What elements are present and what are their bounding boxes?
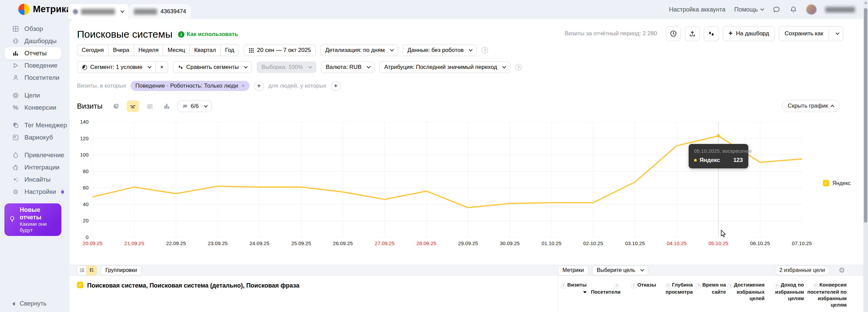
sidebar-item-settings[interactable]: ⚙ Настройки	[4, 186, 61, 198]
clear-segment-button[interactable]: ×	[156, 61, 168, 73]
period-week-button[interactable]: Неделя	[134, 44, 163, 56]
chart-plot-area[interactable]	[93, 122, 802, 237]
collapse-sidebar-button[interactable]: Свернуть	[12, 300, 46, 307]
sidebar-item-integrations[interactable]: Интеграции	[4, 161, 61, 173]
sidebar-item-goals[interactable]: Цели	[4, 89, 61, 102]
segments-button[interactable]	[704, 26, 719, 41]
chart-type-column-button[interactable]	[161, 100, 173, 112]
period-yesterday-button[interactable]: Вчера	[108, 44, 134, 56]
currency-dropdown[interactable]: Валюта: RUB	[321, 61, 375, 73]
metrica-logo-icon	[18, 4, 29, 15]
segment-dropdown[interactable]: Сегмент: 1 условие	[77, 61, 156, 73]
sidebar-item-visitors[interactable]: Посетители	[4, 72, 61, 84]
flat-list-view-button[interactable]	[77, 265, 87, 275]
help-menu[interactable]: Помощь	[734, 6, 764, 13]
user-avatar[interactable]	[806, 4, 816, 15]
compare-segments-dropdown[interactable]: Сравнить сегменты	[173, 61, 252, 73]
chevron-down-icon	[469, 48, 473, 51]
column-header-goal-completions[interactable]: ?Достижения избранных целей	[727, 281, 766, 312]
save-as-button[interactable]: Сохранить как	[779, 26, 829, 41]
chat-icon[interactable]	[772, 5, 781, 14]
counter-id-tab[interactable]: ████████ 43639474	[129, 4, 191, 19]
column-header-visitors[interactable]: ?Посетители	[588, 281, 622, 312]
dimension-header: Поисковая система, Поисковая система (де…	[87, 282, 299, 289]
groupings-button[interactable]: Группировки	[101, 265, 142, 275]
favorite-goals-button[interactable]: 2 избранные цели	[775, 265, 830, 275]
metric-columns: ?Визиты ?Посетители ?Отказы ?Глубина про…	[558, 276, 863, 312]
sidebar-item-behavior[interactable]: Поведение	[4, 59, 61, 72]
sidebar-item-variocube[interactable]: Вариокуб	[4, 131, 61, 144]
sidebar-item-conversions[interactable]: % Конверсии	[4, 102, 61, 114]
how-to-use-link[interactable]: i Как использовать	[178, 31, 238, 38]
metrics-button[interactable]: Метрики	[558, 265, 589, 275]
data-mode-dropdown[interactable]: Данные: без роботов	[403, 44, 477, 56]
sidebar-item-overview[interactable]: Обзор	[4, 23, 61, 35]
sidebar-item-insights[interactable]: Инсайты	[4, 173, 61, 186]
date-range-button[interactable]: 20 сен — 7 окт 2025	[244, 44, 316, 56]
remove-filter-icon[interactable]: ×	[241, 82, 245, 89]
save-as-dropdown-button[interactable]	[829, 26, 843, 41]
calendar-grid-icon	[249, 48, 254, 53]
choose-goal-dropdown[interactable]: Выберите цель	[592, 265, 648, 275]
chart-type-line-button[interactable]	[127, 100, 139, 112]
period-month-button[interactable]: Месяц	[163, 44, 190, 56]
page-scrollbar[interactable]	[863, 0, 868, 312]
sidebar-item-dashboards[interactable]: Дашборды	[4, 35, 61, 47]
detalization-dropdown[interactable]: Детализация: по дням	[320, 44, 398, 56]
tooltip-date: 05.10.2025, воскресенье	[694, 148, 743, 154]
bell-icon[interactable]	[789, 5, 797, 14]
export-button[interactable]	[685, 26, 700, 41]
filter-row: Визиты, в которых Поведение · Роботность…	[77, 81, 341, 91]
conversions-icon: %	[12, 104, 19, 111]
sidebar-item-reports[interactable]: Отчеты	[4, 47, 61, 59]
add-user-filter-button[interactable]: +	[331, 81, 341, 91]
scroll-up-arrow-icon[interactable]	[864, 2, 867, 4]
legend-checkbox-checked[interactable]: ✓	[823, 180, 829, 186]
table-settings-gear-icon[interactable]: ⚙	[839, 266, 845, 274]
flame-icon	[12, 151, 19, 159]
period-quarter-button[interactable]: Квартал	[190, 44, 221, 56]
attribution-dropdown[interactable]: Атрибуция: Последний значимый переход	[379, 61, 510, 73]
y-axis-labels: 140120100806040200	[70, 119, 88, 240]
sidebar-item-tag-manager[interactable]: Тег Менеджер β	[4, 119, 61, 131]
chart-tooltip: 05.10.2025, воскресенье Яндекс 123	[689, 144, 748, 168]
chart-type-pie-button[interactable]	[110, 100, 122, 112]
sidebar: Обзор Дашборды Отчеты Поведение Посетите…	[0, 19, 70, 312]
scrollbar-thumb[interactable]	[864, 8, 867, 223]
column-header-depth[interactable]: ?Глубина просмотра	[657, 281, 694, 312]
metrics-controls: Метрики Выберите цель	[558, 265, 648, 275]
account-settings-link[interactable]: Настройка аккаунта	[669, 6, 726, 13]
period-year-button[interactable]: Год	[221, 44, 239, 56]
column-header-bounces[interactable]: ?Отказы	[622, 281, 657, 312]
chevron-down-icon	[640, 268, 644, 271]
add-to-dashboard-button[interactable]: + На дашборд	[723, 26, 775, 41]
column-header-visits[interactable]: ?Визиты	[558, 281, 588, 312]
period-today-button[interactable]: Сегодня	[77, 44, 108, 56]
sidebar-item-acquisition[interactable]: Привлечение	[4, 149, 61, 161]
visits-line-chart[interactable]: 140120100806040200 20.09.2521.09.2522.09…	[70, 117, 863, 263]
column-chart-icon	[163, 103, 171, 110]
tree-view-button[interactable]	[87, 265, 97, 275]
new-reports-promo[interactable]: Новые отчеты Какими они будут	[4, 203, 61, 236]
column-header-time-on-site[interactable]: ?Время на сайте	[694, 281, 727, 312]
hide-chart-button[interactable]: Скрыть график	[782, 100, 840, 112]
counter-selector-tab[interactable]: ████████████	[68, 4, 129, 19]
help-hint-icon: ?	[774, 283, 779, 289]
chart-type-area-button[interactable]	[144, 100, 156, 112]
column-header-goal-conversion[interactable]: ?Конверсия посетителей по избранным целя…	[805, 281, 848, 312]
column-header-goal-revenue[interactable]: ?Доход по избранным целям	[766, 281, 805, 312]
history-button[interactable]	[666, 26, 681, 41]
add-visit-filter-button[interactable]: +	[254, 81, 264, 91]
legend-item-yandex[interactable]: ✓ Яндекс	[823, 180, 851, 186]
behavior-icon	[12, 62, 19, 69]
sampling-dropdown: Выборка: 100%	[257, 61, 316, 73]
chevron-down-icon	[502, 65, 506, 68]
table-header: ✓ Поисковая система, Поисковая система (…	[70, 276, 863, 312]
help-hint-icon[interactable]: ?	[481, 47, 488, 54]
annotations-dropdown[interactable]: 6/6	[178, 100, 212, 112]
robotness-filter-chip[interactable]: Поведение · Роботность: Только люди×	[131, 81, 250, 91]
settings-notification-badge	[61, 188, 64, 195]
metrica-logo[interactable]: Метрика	[18, 4, 71, 15]
help-hint-icon[interactable]: ?	[515, 64, 522, 71]
dimension-checkbox-checked[interactable]: ✓	[77, 282, 83, 288]
